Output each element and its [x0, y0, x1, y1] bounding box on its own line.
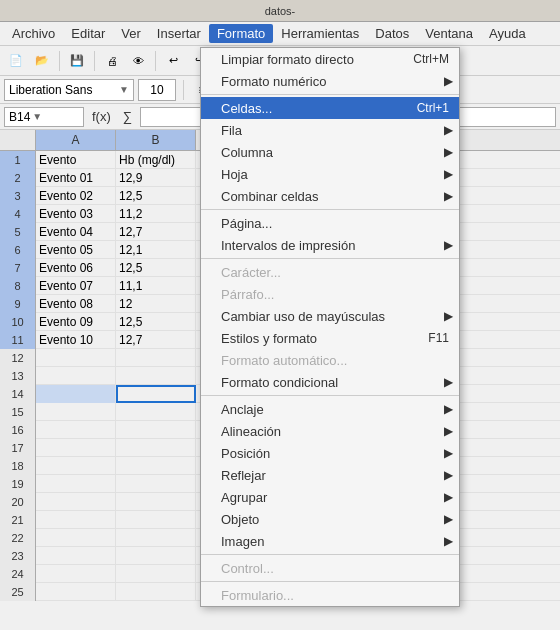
- menu-item-página...[interactable]: Página...: [201, 212, 459, 234]
- cell-a6[interactable]: Evento 05: [36, 241, 116, 259]
- cell-b13[interactable]: [116, 367, 196, 385]
- cell-b25[interactable]: [116, 583, 196, 601]
- cell-b5[interactable]: 12,7: [116, 223, 196, 241]
- cell-b9[interactable]: 12: [116, 295, 196, 313]
- row-header-19[interactable]: 19: [0, 475, 36, 493]
- cell-b7[interactable]: 12,5: [116, 259, 196, 277]
- font-size-selector[interactable]: 10: [138, 79, 176, 101]
- menu-item-hoja[interactable]: Hoja▶: [201, 163, 459, 185]
- cell-b12[interactable]: [116, 349, 196, 367]
- row-header-4[interactable]: 4: [0, 205, 36, 223]
- menu-formato[interactable]: Formato: [209, 24, 273, 43]
- cell-a17[interactable]: [36, 439, 116, 457]
- cell-b14[interactable]: [116, 385, 196, 403]
- cell-b3[interactable]: 12,5: [116, 187, 196, 205]
- cell-a22[interactable]: [36, 529, 116, 547]
- cell-b6[interactable]: 12,1: [116, 241, 196, 259]
- row-header-24[interactable]: 24: [0, 565, 36, 583]
- preview-btn[interactable]: 👁: [126, 49, 150, 73]
- menu-item-fila[interactable]: Fila▶: [201, 119, 459, 141]
- cell-b8[interactable]: 11,1: [116, 277, 196, 295]
- new-btn[interactable]: 📄: [4, 49, 28, 73]
- cell-a7[interactable]: Evento 06: [36, 259, 116, 277]
- row-header-23[interactable]: 23: [0, 547, 36, 565]
- menu-item-posición[interactable]: Posición▶: [201, 442, 459, 464]
- cell-b18[interactable]: [116, 457, 196, 475]
- cell-b20[interactable]: [116, 493, 196, 511]
- cell-a4[interactable]: Evento 03: [36, 205, 116, 223]
- menu-item-alineación[interactable]: Alineación▶: [201, 420, 459, 442]
- cell-a19[interactable]: [36, 475, 116, 493]
- row-header-15[interactable]: 15: [0, 403, 36, 421]
- cell-b15[interactable]: [116, 403, 196, 421]
- row-header-17[interactable]: 17: [0, 439, 36, 457]
- row-header-10[interactable]: 10: [0, 313, 36, 331]
- cell-b10[interactable]: 12,5: [116, 313, 196, 331]
- cell-a8[interactable]: Evento 07: [36, 277, 116, 295]
- cell-b22[interactable]: [116, 529, 196, 547]
- row-header-25[interactable]: 25: [0, 583, 36, 601]
- cell-a10[interactable]: Evento 09: [36, 313, 116, 331]
- open-btn[interactable]: 📂: [30, 49, 54, 73]
- menu-item-cambiar-uso-de-mayúsculas[interactable]: Cambiar uso de mayúsculas▶: [201, 305, 459, 327]
- cell-b11[interactable]: 12,7: [116, 331, 196, 349]
- row-header-3[interactable]: 3: [0, 187, 36, 205]
- cell-b23[interactable]: [116, 547, 196, 565]
- menu-item-formato-condicional[interactable]: Formato condicional▶: [201, 371, 459, 393]
- cell-b19[interactable]: [116, 475, 196, 493]
- menu-item-celdas...[interactable]: Celdas...Ctrl+1: [201, 97, 459, 119]
- cell-b4[interactable]: 11,2: [116, 205, 196, 223]
- cell-a2[interactable]: Evento 01: [36, 169, 116, 187]
- cell-a24[interactable]: [36, 565, 116, 583]
- cell-b21[interactable]: [116, 511, 196, 529]
- menu-item-estilos-y-formato[interactable]: Estilos y formatoF11: [201, 327, 459, 349]
- row-header-6[interactable]: 6: [0, 241, 36, 259]
- cell-b16[interactable]: [116, 421, 196, 439]
- cell-a21[interactable]: [36, 511, 116, 529]
- col-header-b[interactable]: B: [116, 130, 196, 150]
- menu-item-columna[interactable]: Columna▶: [201, 141, 459, 163]
- menu-archivo[interactable]: Archivo: [4, 24, 63, 43]
- menu-herramientas[interactable]: Herramientas: [273, 24, 367, 43]
- menu-insertar[interactable]: Insertar: [149, 24, 209, 43]
- menu-item-reflejar[interactable]: Reflejar▶: [201, 464, 459, 486]
- row-header-20[interactable]: 20: [0, 493, 36, 511]
- row-header-18[interactable]: 18: [0, 457, 36, 475]
- cell-a12[interactable]: [36, 349, 116, 367]
- cell-a23[interactable]: [36, 547, 116, 565]
- cell-b1[interactable]: Hb (mg/dl): [116, 151, 196, 169]
- row-header-5[interactable]: 5: [0, 223, 36, 241]
- menu-editar[interactable]: Editar: [63, 24, 113, 43]
- row-header-7[interactable]: 7: [0, 259, 36, 277]
- row-header-8[interactable]: 8: [0, 277, 36, 295]
- menu-ver[interactable]: Ver: [113, 24, 149, 43]
- cell-b2[interactable]: 12,9: [116, 169, 196, 187]
- menu-datos[interactable]: Datos: [367, 24, 417, 43]
- row-header-12[interactable]: 12: [0, 349, 36, 367]
- row-header-13[interactable]: 13: [0, 367, 36, 385]
- col-header-a[interactable]: A: [36, 130, 116, 150]
- cell-a9[interactable]: Evento 08: [36, 295, 116, 313]
- row-header-1[interactable]: 1: [0, 151, 36, 169]
- menu-item-combinar-celdas[interactable]: Combinar celdas▶: [201, 185, 459, 207]
- row-header-22[interactable]: 22: [0, 529, 36, 547]
- menu-item-imagen[interactable]: Imagen▶: [201, 530, 459, 552]
- cell-a20[interactable]: [36, 493, 116, 511]
- menu-item-anclaje[interactable]: Anclaje▶: [201, 398, 459, 420]
- cell-ref-box[interactable]: B14 ▼: [4, 107, 84, 127]
- menu-item-agrupar[interactable]: Agrupar▶: [201, 486, 459, 508]
- cell-a5[interactable]: Evento 04: [36, 223, 116, 241]
- cell-a11[interactable]: Evento 10: [36, 331, 116, 349]
- row-header-16[interactable]: 16: [0, 421, 36, 439]
- menu-ventana[interactable]: Ventana: [417, 24, 481, 43]
- menu-item-formato-numérico[interactable]: Formato numérico▶: [201, 70, 459, 92]
- menu-ayuda[interactable]: Ayuda: [481, 24, 534, 43]
- save-btn[interactable]: 💾: [65, 49, 89, 73]
- row-header-14[interactable]: 14: [0, 385, 36, 403]
- row-header-21[interactable]: 21: [0, 511, 36, 529]
- row-header-9[interactable]: 9: [0, 295, 36, 313]
- cell-b17[interactable]: [116, 439, 196, 457]
- menu-item-limpiar-formato-directo[interactable]: Limpiar formato directoCtrl+M: [201, 48, 459, 70]
- cell-b24[interactable]: [116, 565, 196, 583]
- row-header-2[interactable]: 2: [0, 169, 36, 187]
